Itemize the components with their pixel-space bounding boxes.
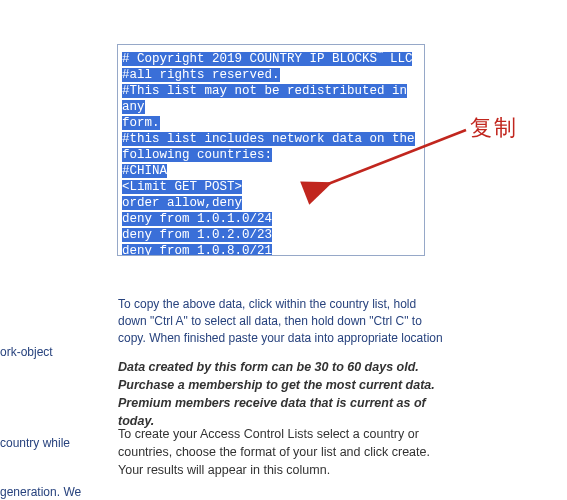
acl-line: order allow,deny [122,196,242,210]
side-text-fragment: generation. We [0,484,92,500]
acl-line: #CHINA [122,164,167,178]
acl-line: #all rights reserved. [122,68,280,82]
acl-line: form. [122,116,160,130]
acl-output-box[interactable]: # Copyright 2019 COUNTRY IP BLOCKS™ LLC … [117,44,425,256]
copy-instruction-text: To copy the above data, click within the… [118,296,448,347]
annotation-label: 复制 [470,113,518,143]
acl-line: deny from 1.0.8.0/21 [122,244,272,256]
acl-line: #This list may not be redistributed in a… [122,84,407,114]
acl-line: deny from 1.0.1.0/24 [122,212,272,226]
acl-line: #this list includes network data on the [122,132,415,146]
acl-line: <Limit GET POST> [122,180,242,194]
acl-line: deny from 1.0.2.0/23 [122,228,272,242]
acl-line: # Copyright 2019 COUNTRY IP BLOCKS™ LLC [122,52,412,66]
side-text-fragment: country while [0,435,92,451]
side-text-fragment: ork-object [0,344,90,360]
acl-line: following countries: [122,148,272,162]
data-age-notice: Data created by this form can be 30 to 6… [118,358,448,430]
create-instruction-text: To create your Access Control Lists sele… [118,425,448,479]
